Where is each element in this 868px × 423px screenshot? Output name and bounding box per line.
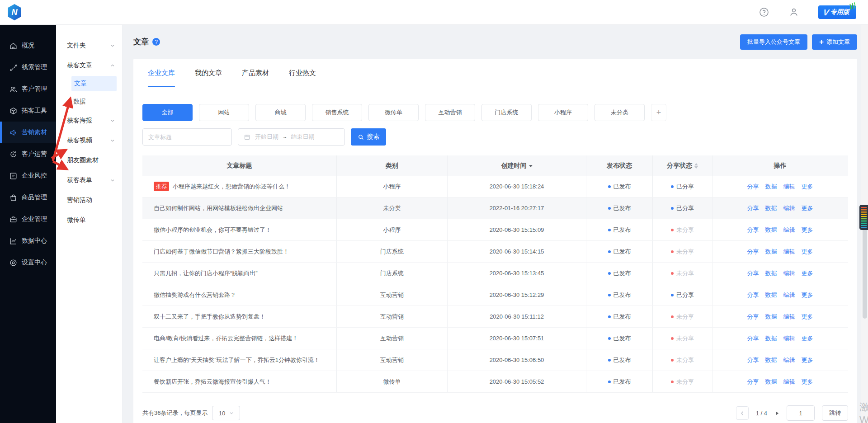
action-more[interactable]: 更多	[802, 183, 813, 191]
submenu-item-lead-posters[interactable]: 获客海报	[56, 111, 122, 131]
tab-0[interactable]: 企业文库	[148, 59, 175, 87]
prev-page-button[interactable]	[736, 406, 749, 420]
action-edit[interactable]: 编辑	[783, 313, 795, 321]
article-title-cell[interactable]: 微信小程序的创业机会，你可不要再错过了！	[142, 219, 337, 240]
action-more[interactable]: 更多	[802, 313, 813, 321]
submenu-item-lead-forms[interactable]: 获客表单	[56, 170, 122, 190]
action-data[interactable]: 数据	[765, 183, 777, 191]
search-button[interactable]: 搜索	[351, 128, 386, 146]
sidebar-item-operation[interactable]: 客户运营	[0, 143, 56, 165]
sidebar-item-risk[interactable]: 企业风控	[0, 165, 56, 187]
next-page-button[interactable]	[774, 411, 779, 416]
sidebar-item-leads[interactable]: 线索管理	[0, 56, 56, 78]
article-title-input[interactable]	[142, 128, 232, 146]
sidebar-item-overview[interactable]: 概况	[0, 35, 56, 56]
action-edit[interactable]: 编辑	[783, 226, 795, 234]
page-jump-button[interactable]: 跳转	[822, 405, 848, 421]
action-data[interactable]: 数据	[765, 313, 777, 321]
action-more[interactable]: 更多	[802, 269, 813, 277]
submenu-item-articles[interactable]: 文章	[71, 76, 117, 91]
sidebar-item-customers[interactable]: 客户管理	[0, 78, 56, 100]
submenu-item-lead-videos[interactable]: 获客视频	[56, 131, 122, 150]
help-icon[interactable]	[759, 7, 769, 18]
action-data[interactable]: 数据	[765, 269, 777, 277]
action-data[interactable]: 数据	[765, 248, 777, 256]
action-edit[interactable]: 编辑	[783, 356, 795, 364]
app-logo-icon[interactable]: N	[6, 3, 23, 21]
batch-import-button[interactable]: 批量导入公众号文章	[740, 34, 807, 50]
action-share[interactable]: 分享	[747, 378, 759, 386]
article-title-cell[interactable]: 只需几招，让你的门店小程序“脱颖而出”	[142, 263, 337, 284]
tab-3[interactable]: 行业热文	[289, 59, 316, 87]
filter-chip-6[interactable]: 门店系统	[481, 104, 532, 121]
page-size-select[interactable]: 10	[212, 406, 240, 420]
action-share[interactable]: 分享	[747, 291, 759, 299]
action-edit[interactable]: 编辑	[783, 269, 795, 277]
action-share[interactable]: 分享	[747, 248, 759, 256]
user-icon[interactable]	[788, 7, 799, 18]
submenu-item-campaigns[interactable]: 营销活动	[56, 190, 122, 210]
filter-chip-8[interactable]: 未分类	[594, 104, 645, 121]
sidebar-item-materials[interactable]: 营销素材	[0, 122, 56, 143]
action-share[interactable]: 分享	[747, 313, 759, 321]
sidebar-item-tools[interactable]: 拓客工具	[0, 100, 56, 122]
action-more[interactable]: 更多	[802, 334, 813, 343]
filter-chip-7[interactable]: 小程序	[538, 104, 588, 121]
article-title-cell[interactable]: 门店如何基于微信做节日营销？紧抓三大阶段致胜！	[142, 241, 337, 262]
action-edit[interactable]: 编辑	[783, 334, 795, 343]
sidebar-item-goods[interactable]: 商品管理	[0, 187, 56, 208]
tab-1[interactable]: 我的文章	[195, 59, 222, 87]
submenu-item-micro-flyer[interactable]: 微传单	[56, 210, 122, 230]
action-share[interactable]: 分享	[747, 183, 759, 191]
filter-chip-2[interactable]: 商城	[255, 104, 306, 121]
action-share[interactable]: 分享	[747, 269, 759, 277]
action-more[interactable]: 更多	[802, 248, 813, 256]
action-data[interactable]: 数据	[765, 226, 777, 234]
filter-chip-5[interactable]: 互动营销	[425, 104, 475, 121]
action-share[interactable]: 分享	[747, 334, 759, 343]
sort-desc-icon[interactable]	[529, 165, 533, 169]
filter-chip-3[interactable]: 销售系统	[312, 104, 362, 121]
rainbow-scroll-widget-icon[interactable]	[859, 205, 868, 230]
action-data[interactable]: 数据	[765, 291, 777, 299]
sort-icon[interactable]	[694, 161, 698, 170]
action-data[interactable]: 数据	[765, 356, 777, 364]
sidebar-item-settings[interactable]: 设置中心	[0, 252, 56, 273]
article-title-cell[interactable]: 自己如何制作网站，用网站模板轻松做出企业网站	[142, 197, 337, 219]
action-edit[interactable]: 编辑	[783, 378, 795, 386]
action-share[interactable]: 分享	[747, 356, 759, 364]
filter-chip-4[interactable]: 微传单	[368, 104, 419, 121]
article-title-cell[interactable]: 推荐 小程序越来越红火，想做营销的你还等什么！	[142, 176, 337, 197]
article-title-cell[interactable]: 餐饮新店开张，乔拓云微海报宣传引爆人气！	[142, 371, 337, 392]
add-article-button[interactable]: + 添加文章	[812, 34, 857, 50]
tab-2[interactable]: 产品素材	[242, 59, 269, 87]
submenu-item-folder[interactable]: 文件夹	[56, 36, 122, 56]
date-range-picker[interactable]: 开始日期 ~ 结束日期	[238, 128, 345, 146]
action-edit[interactable]: 编辑	[783, 204, 795, 212]
submenu-item-moments[interactable]: 朋友圈素材	[56, 150, 122, 170]
action-more[interactable]: 更多	[802, 378, 813, 386]
page-help-icon[interactable]: ?	[152, 38, 160, 46]
add-category-button[interactable]: +	[651, 104, 666, 121]
filter-chip-0[interactable]: 全部	[142, 104, 193, 121]
action-more[interactable]: 更多	[802, 291, 813, 299]
action-more[interactable]: 更多	[802, 226, 813, 234]
sidebar-item-datacenter[interactable]: 数据中心	[0, 230, 56, 252]
filter-chip-1[interactable]: 网站	[199, 104, 249, 121]
action-data[interactable]: 数据	[765, 334, 777, 343]
article-title-cell[interactable]: 双十二又来了，手把手教你从造势到复盘！	[142, 306, 337, 327]
action-edit[interactable]: 编辑	[783, 248, 795, 256]
article-title-cell[interactable]: 电商/教育/快消看过来，乔拓云完整营销链，这样搭建！	[142, 328, 337, 349]
action-more[interactable]: 更多	[802, 356, 813, 364]
page-jump-input[interactable]	[787, 405, 815, 421]
article-title-cell[interactable]: 让客户上瘾的“天天抽奖”玩法了解一下，乔拓云1分钟教你引流！	[142, 349, 337, 371]
action-data[interactable]: 数据	[765, 378, 777, 386]
action-share[interactable]: 分享	[747, 226, 759, 234]
action-share[interactable]: 分享	[747, 204, 759, 212]
action-edit[interactable]: 编辑	[783, 183, 795, 191]
article-title-cell[interactable]: 微信抽奖游戏有什么营销套路？	[142, 284, 337, 306]
submenu-item-lead-articles[interactable]: 获客文章	[56, 56, 122, 75]
submenu-item-data[interactable]: 数据	[56, 93, 122, 111]
action-more[interactable]: 更多	[802, 204, 813, 212]
sidebar-item-company[interactable]: 企业管理	[0, 208, 56, 230]
